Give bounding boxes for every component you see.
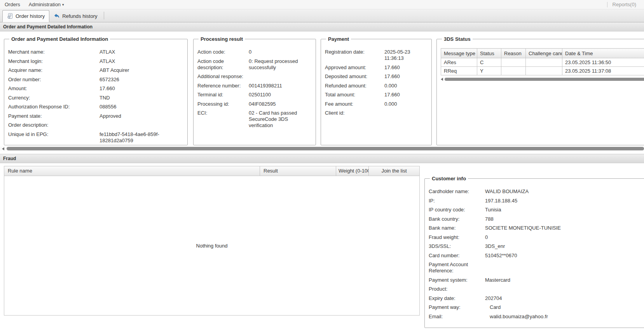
field-amount: Amount:17.660 bbox=[8, 85, 183, 92]
tab-refunds-history-label: Refunds history bbox=[62, 13, 97, 19]
cell-challenge-cancel bbox=[526, 67, 562, 75]
field-value: 2025-05-23 11:36:13 bbox=[384, 49, 428, 61]
scrollbar-thumb[interactable] bbox=[445, 78, 644, 81]
cell-reason bbox=[501, 67, 526, 75]
table-row[interactable]: ARes C 23.05.2025 11:36:50 bbox=[441, 58, 644, 67]
tab-refunds-history[interactable]: Refunds history bbox=[49, 10, 101, 22]
field-fee-amount: Fee amount:0.000 bbox=[325, 101, 428, 107]
field-value: 6572326 bbox=[99, 77, 119, 83]
scrollbar-thumb[interactable] bbox=[7, 147, 644, 150]
field-label: Amount: bbox=[8, 85, 99, 92]
menu-orders[interactable]: Orders bbox=[5, 2, 20, 7]
field-order-description: Order description: bbox=[8, 122, 183, 128]
field-label: Product: bbox=[429, 286, 485, 292]
field-label: Total amount: bbox=[325, 92, 384, 98]
field-approved-amount: Approved amount:17.660 bbox=[325, 65, 428, 71]
processing-result-legend: Processing result bbox=[199, 36, 245, 42]
field-label: Currency: bbox=[8, 95, 99, 101]
field-expiry-date: Expiry date:202704 bbox=[429, 295, 644, 302]
field-value: 17.660 bbox=[384, 73, 400, 80]
field-label: Refunded amount: bbox=[325, 83, 384, 89]
cell-date-time: 23.05.2025 11:37:08 bbox=[562, 67, 644, 75]
threeds-col-status: Status bbox=[477, 49, 501, 58]
field-label: Action code: bbox=[197, 49, 249, 55]
tab-order-history[interactable]: Order history bbox=[2, 10, 49, 22]
field-merchant-name: Merchant name:ATLAX bbox=[8, 49, 183, 55]
customer-info-fieldset: Customer info Cardholder name:WALID BOUM… bbox=[424, 176, 644, 328]
order-section-header: Order and Payment Detailed Information bbox=[0, 22, 644, 31]
field-unique-id-epg: Unique id in EPG:fe11bbd7-5418-4ae6-859f… bbox=[8, 131, 183, 144]
field-value: WALID BOUMAIZA bbox=[485, 188, 529, 195]
threeds-col-message-type: Message type bbox=[441, 49, 477, 58]
order-history-icon bbox=[7, 13, 13, 19]
field-cardholder-name: Cardholder name:WALID BOUMAIZA bbox=[429, 188, 644, 195]
threeds-status-fieldset: 3DS Status Message type Status Reason Ch… bbox=[436, 36, 644, 145]
field-order-number: Order number:6572326 bbox=[8, 77, 183, 83]
cell-message-type: ARes bbox=[441, 58, 477, 67]
field-value: ATLAX bbox=[99, 58, 115, 65]
field-merchant-login: Merchant login:ATLAX bbox=[8, 58, 183, 65]
field-label: Client id: bbox=[325, 110, 384, 116]
customer-info-fields: Cardholder name:WALID BOUMAIZA IP:197.18… bbox=[429, 188, 644, 320]
fraud-col-join-the-list: Join the list bbox=[368, 166, 419, 176]
field-value: walid.boumaiza@yahoo.fr bbox=[485, 314, 548, 320]
cell-message-type: RReq bbox=[441, 67, 477, 75]
field-card-number: Card number:510452**0670 bbox=[429, 253, 644, 259]
payment-legend: Payment bbox=[326, 36, 351, 42]
field-label: Cardholder name: bbox=[429, 188, 485, 195]
empty-state-text: Nothing found bbox=[196, 243, 228, 249]
field-label: Payment system: bbox=[429, 277, 485, 283]
field-deposited-amount: Deposited amount:17.660 bbox=[325, 73, 428, 80]
menu-administration[interactable]: Administration ▾ bbox=[29, 2, 64, 7]
payment-fields: Registration date:2025-05-23 11:36:13 Ap… bbox=[325, 49, 428, 116]
tab-divider bbox=[104, 12, 104, 19]
threeds-col-challenge-cancel: Challenge cancel bbox=[526, 49, 562, 58]
field-email: Email:walid.boumaiza@yahoo.fr bbox=[429, 314, 644, 320]
refunds-history-icon bbox=[54, 13, 60, 19]
field-registration-date: Registration date:2025-05-23 11:36:13 bbox=[325, 49, 428, 61]
field-currency: Currency:TND bbox=[8, 95, 183, 101]
field-label: ECI: bbox=[197, 110, 249, 129]
order-details-fieldset: Order and Payment Detailed Information M… bbox=[4, 36, 188, 145]
payment-fieldset: Payment Registration date:2025-05-23 11:… bbox=[321, 36, 432, 145]
horizontal-scrollbar[interactable] bbox=[0, 146, 644, 151]
field-value: 510452**0670 bbox=[485, 253, 517, 259]
fraud-table-body: Nothing found bbox=[4, 176, 419, 315]
field-label: IP: bbox=[429, 198, 485, 204]
field-value: ABT Acquirer bbox=[99, 67, 129, 73]
processing-result-fields: Action code:0 Action code description:0:… bbox=[197, 49, 312, 129]
field-value: 001419398211 bbox=[249, 83, 312, 89]
field-label: Payment state: bbox=[8, 113, 99, 119]
menubar: Orders Administration ▾ Reports(0) bbox=[0, 0, 644, 9]
scroll-left-icon[interactable] bbox=[441, 78, 443, 81]
threeds-horizontal-scrollbar[interactable] bbox=[441, 77, 644, 82]
field-auth-response-id: Authorization Response ID:088556 bbox=[8, 104, 183, 110]
field-label: Fee amount: bbox=[325, 101, 384, 107]
cell-status: C bbox=[477, 58, 501, 67]
processing-result-fieldset: Processing result Action code:0 Action c… bbox=[193, 36, 316, 145]
fraud-col-rule-name: Rule name bbox=[4, 166, 260, 176]
scroll-left-icon[interactable] bbox=[2, 147, 4, 150]
field-payment-account-reference: Payment Account Reference: bbox=[429, 262, 644, 274]
field-value: Card bbox=[485, 304, 501, 310]
field-label: Action code description: bbox=[197, 58, 249, 71]
field-reference-number: Reference number:001419398211 bbox=[197, 83, 312, 89]
field-value: 02 - Card has passed SecureCode 3DS veri… bbox=[249, 110, 312, 129]
field-value: 17.660 bbox=[384, 92, 400, 98]
field-value: 0: Request processed successfully bbox=[249, 58, 312, 71]
table-row[interactable]: RReq Y 23.05.2025 11:37:08 bbox=[441, 67, 644, 75]
field-label: Acquirer name: bbox=[8, 67, 99, 73]
chevron-down-icon: ▾ bbox=[62, 3, 64, 7]
field-value: Mastercard bbox=[485, 277, 510, 283]
field-label: Bank name: bbox=[429, 225, 485, 231]
field-label: Authorization Response ID: bbox=[8, 104, 99, 110]
tab-order-history-label: Order history bbox=[16, 13, 45, 19]
field-value: 02501100 bbox=[249, 92, 312, 98]
field-ip: IP:197.18.188.45 bbox=[429, 198, 644, 204]
menu-administration-label: Administration bbox=[29, 2, 61, 7]
customer-info-legend: Customer info bbox=[430, 176, 468, 181]
field-label: Approved amount: bbox=[325, 65, 384, 71]
menu-reports[interactable]: Reports(0) bbox=[613, 2, 636, 7]
order-section-body: Order and Payment Detailed Information M… bbox=[0, 31, 644, 146]
order-section-title: Order and Payment Detailed Information bbox=[3, 24, 92, 30]
